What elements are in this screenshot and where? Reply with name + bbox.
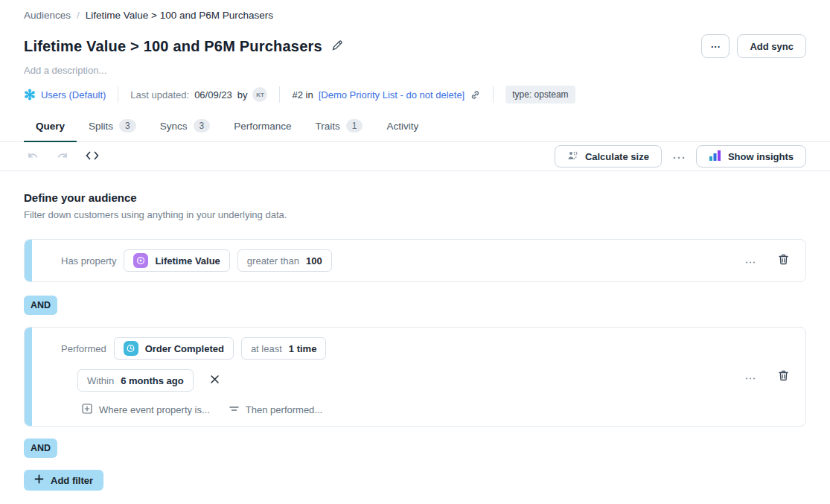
remove-time-window-button[interactable]	[207, 371, 223, 389]
audience-builder: Define your audience Filter down custome…	[0, 171, 830, 491]
header-actions: ··· Add sync	[701, 34, 806, 58]
undo-icon	[27, 150, 39, 163]
ellipsis-icon	[745, 371, 756, 383]
tab-count-badge: 3	[194, 119, 211, 133]
builder-heading: Define your audience	[24, 191, 806, 204]
pencil-icon	[331, 39, 343, 54]
property-icon	[133, 253, 148, 268]
tab-query[interactable]: Query	[24, 119, 77, 141]
last-updated-label: Last updated:	[130, 89, 189, 101]
tab-performance[interactable]: Performance	[222, 119, 303, 141]
toolbar-more-button[interactable]	[669, 148, 689, 165]
divider	[118, 86, 118, 103]
condition-more-button[interactable]	[742, 369, 759, 386]
tab-count-badge: 1	[346, 119, 363, 133]
last-updated-item: Last updated: 06/09/23 by KT	[130, 87, 267, 102]
tab-label: Syncs	[160, 121, 188, 132]
audience-size-icon	[567, 150, 579, 163]
operator-label: greater than	[247, 255, 299, 267]
tab-label: Performance	[234, 121, 291, 132]
space-link[interactable]: Users (Default)	[41, 89, 106, 101]
code-view-button[interactable]	[82, 147, 103, 166]
priority-list-link[interactable]: [Demo Priority List - do not delete]	[319, 89, 465, 101]
undo-button[interactable]	[24, 147, 42, 166]
condition-card-performed: Performed Order Completed at least 1 tim…	[24, 327, 806, 427]
show-insights-label: Show insights	[728, 151, 794, 162]
tab-syncs[interactable]: Syncs 3	[148, 119, 222, 141]
delete-condition-button[interactable]	[775, 251, 792, 271]
tab-splits[interactable]: Splits 3	[77, 119, 148, 141]
then-performed-button[interactable]: Then performed...	[229, 404, 322, 415]
redo-button[interactable]	[53, 147, 71, 166]
tab-activity[interactable]: Activity	[374, 119, 430, 141]
calculate-size-button[interactable]: Calculate size	[555, 145, 662, 168]
type-badge: type: opsteam	[505, 86, 575, 103]
condition-card-has-property: Has property Lifetime Value greater than	[24, 239, 806, 282]
time-window-chip[interactable]: Within 6 months ago	[77, 369, 194, 392]
event-selector-chip[interactable]: Order Completed	[114, 337, 234, 360]
window-value: 6 months ago	[121, 375, 184, 386]
calculate-size-label: Calculate size	[585, 151, 649, 162]
tab-label: Query	[36, 121, 65, 132]
breadcrumb-current: Lifetime Value > 100 and P6M Purchasers	[86, 10, 273, 21]
show-insights-button[interactable]: Show insights	[696, 145, 806, 168]
add-filter-button[interactable]: Add filter	[24, 470, 103, 491]
divider	[279, 86, 280, 103]
page-title: Lifetime Value > 100 and P6M Purchasers	[24, 38, 322, 55]
description-placeholder[interactable]: Add a description...	[24, 65, 806, 76]
event-name: Order Completed	[145, 343, 224, 354]
header: Audiences / Lifetime Value > 100 and P6M…	[0, 0, 830, 103]
tab-count-badge: 3	[119, 119, 136, 133]
tab-label: Traits	[315, 121, 339, 132]
avatar: KT	[252, 87, 267, 102]
and-operator-badge[interactable]: AND	[24, 438, 57, 458]
condition-more-button[interactable]	[742, 252, 759, 269]
redo-icon	[56, 150, 68, 163]
and-operator-badge[interactable]: AND	[24, 296, 57, 315]
tab-bar: Query Splits 3 Syncs 3 Performance Trait…	[0, 119, 830, 142]
frequency-prefix: at least	[251, 343, 282, 354]
breadcrumb: Audiences / Lifetime Value > 100 and P6M…	[24, 10, 806, 21]
header-more-button[interactable]: ···	[701, 34, 730, 58]
condition-accent-bar	[25, 240, 32, 281]
frequency-chip[interactable]: at least 1 time	[241, 337, 327, 360]
builder-subheading: Filter down customers using anything in …	[24, 209, 806, 220]
add-event-property-label: Where event property is...	[99, 404, 210, 415]
ellipsis-icon	[672, 151, 686, 162]
edit-title-button[interactable]	[331, 39, 343, 54]
condition-accent-bar	[25, 328, 32, 426]
link-icon[interactable]	[470, 89, 481, 101]
meta-row: ✻ Users (Default) Last updated: 06/09/23…	[24, 86, 806, 103]
audience-detail-page: Audiences / Lifetime Value > 100 and P6M…	[0, 0, 830, 504]
tab-label: Activity	[386, 121, 418, 132]
priority-item: #2 in [Demo Priority List - do not delet…	[292, 89, 481, 101]
add-event-property-button[interactable]: Where event property is...	[82, 403, 210, 416]
plus-icon	[34, 474, 44, 486]
add-filter-label: Add filter	[51, 475, 93, 486]
funnel-lines-icon	[229, 404, 239, 415]
query-toolbar: Calculate size Show insights	[0, 142, 830, 171]
ellipsis-icon	[745, 255, 756, 267]
delete-condition-button[interactable]	[775, 367, 792, 387]
close-icon	[210, 374, 220, 386]
condition-prefix: Performed	[61, 343, 106, 354]
plus-square-icon	[82, 403, 92, 416]
property-selector-chip[interactable]: Lifetime Value	[124, 249, 229, 272]
priority-prefix: #2 in	[292, 89, 313, 101]
last-updated-by: by	[237, 89, 248, 101]
insights-chart-icon	[709, 150, 722, 164]
breadcrumb-separator: /	[77, 10, 80, 21]
operator-value-chip[interactable]: greater than 100	[237, 249, 332, 272]
event-clock-icon	[124, 341, 138, 356]
space-item[interactable]: ✻ Users (Default)	[24, 88, 106, 102]
breadcrumb-audiences-link[interactable]: Audiences	[24, 10, 71, 21]
operator-value: 100	[306, 255, 322, 267]
window-prefix: Within	[87, 375, 114, 386]
trash-icon	[778, 370, 789, 384]
title-row: Lifetime Value > 100 and P6M Purchasers …	[24, 34, 806, 58]
divider	[493, 86, 494, 103]
trash-icon	[778, 254, 789, 268]
then-performed-label: Then performed...	[246, 404, 322, 415]
add-sync-button[interactable]: Add sync	[737, 34, 806, 58]
tab-traits[interactable]: Traits 1	[303, 119, 374, 141]
